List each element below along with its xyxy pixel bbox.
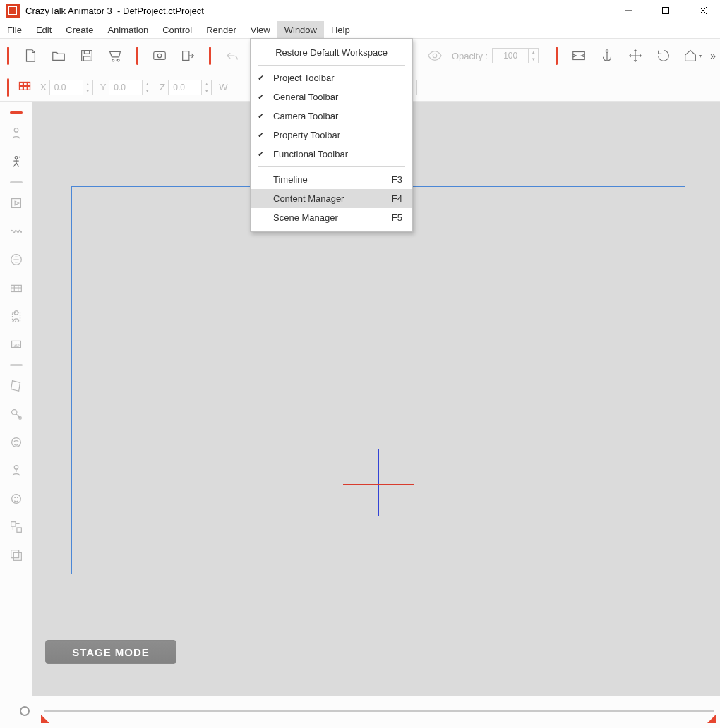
svg-point-23 xyxy=(18,157,20,158)
menu-file[interactable]: File xyxy=(0,21,29,38)
svg-rect-13 xyxy=(573,52,585,60)
svg-rect-40 xyxy=(16,528,20,532)
rotate-icon[interactable] xyxy=(652,44,675,67)
layer-tool-icon[interactable] xyxy=(5,544,28,566)
svg-rect-18 xyxy=(20,86,23,90)
menu-edit[interactable]: Edit xyxy=(29,21,59,38)
3d-tool-icon[interactable]: 3D xyxy=(5,333,28,356)
app-icon xyxy=(6,4,20,18)
timeline-track[interactable] xyxy=(0,696,720,728)
y-spinner[interactable]: ▲▼ xyxy=(143,80,152,95)
face-tool-icon[interactable] xyxy=(5,487,28,510)
z-label: Z xyxy=(160,82,165,92)
menu-general-toolbar[interactable]: ✔General Toolbar xyxy=(251,87,412,107)
svg-rect-42 xyxy=(13,552,21,560)
paint-tool-icon[interactable] xyxy=(5,403,28,425)
bone-tool-icon[interactable] xyxy=(5,150,28,173)
puppet-tool-icon[interactable] xyxy=(5,459,28,482)
home-icon[interactable]: ▾ xyxy=(680,44,703,67)
origin-axis-horizontal xyxy=(343,484,414,485)
grid-tool-icon[interactable] xyxy=(5,277,28,299)
svg-rect-6 xyxy=(83,56,90,61)
undo-icon[interactable] xyxy=(221,44,244,67)
camera-frame-icon[interactable] xyxy=(568,44,590,67)
preview-icon[interactable] xyxy=(148,44,171,67)
svg-point-35 xyxy=(14,466,18,470)
minimize-button[interactable] xyxy=(612,0,644,21)
link-tool-icon[interactable] xyxy=(5,305,28,327)
align-tool-icon[interactable] xyxy=(5,516,28,538)
opacity-spinner[interactable]: ▲▼ xyxy=(529,48,539,63)
svg-rect-27 xyxy=(11,285,21,291)
open-file-icon[interactable] xyxy=(47,44,70,67)
paper-tool-icon[interactable] xyxy=(5,375,28,397)
menu-camera-toolbar[interactable]: ✔Camera Toolbar xyxy=(251,107,412,126)
menu-functional-toolbar[interactable]: ✔Functional Toolbar xyxy=(251,145,412,164)
anchor-icon[interactable] xyxy=(596,44,618,67)
speech-tool-icon[interactable] xyxy=(5,431,28,454)
close-button[interactable] xyxy=(687,0,719,21)
menu-content-manager[interactable]: Content ManagerF4 xyxy=(251,189,412,208)
new-file-icon[interactable] xyxy=(19,44,42,67)
opacity-label: Opacity : xyxy=(452,51,488,61)
maximize-button[interactable] xyxy=(649,0,681,21)
cart-icon[interactable] xyxy=(104,44,126,67)
y-input[interactable]: 0.0 xyxy=(109,80,143,95)
timeline-end-marker[interactable] xyxy=(707,715,716,723)
toolbar-overflow-icon[interactable]: » xyxy=(710,50,716,61)
left-toolbar: 3D xyxy=(0,102,32,696)
toolbar-separator xyxy=(7,78,9,97)
svg-rect-39 xyxy=(11,522,15,526)
menu-separator xyxy=(258,65,405,66)
menu-property-toolbar[interactable]: ✔Property Toolbar xyxy=(251,126,412,145)
app-title: CrazyTalk Animator 3 - DefProject.ctProj… xyxy=(25,6,204,16)
menu-bar: FileEditCreateAnimationControlRenderView… xyxy=(0,21,720,38)
timeline-rail xyxy=(44,710,714,712)
svg-rect-17 xyxy=(28,82,30,85)
svg-marker-25 xyxy=(15,201,19,205)
actor-tool-icon[interactable] xyxy=(5,122,28,145)
svg-point-32 xyxy=(11,410,16,415)
timeline-start-marker[interactable] xyxy=(41,715,49,723)
menu-window[interactable]: Window xyxy=(277,21,324,38)
svg-point-8 xyxy=(117,59,119,61)
menu-restore-workspace[interactable]: Restore Default Workspace xyxy=(251,43,412,62)
z-input[interactable]: 0.0 xyxy=(168,80,202,95)
timeline-playhead[interactable] xyxy=(20,706,30,716)
menu-control[interactable]: Control xyxy=(155,21,199,38)
menu-render[interactable]: Render xyxy=(199,21,244,38)
toolbar-separator xyxy=(10,181,23,183)
svg-point-21 xyxy=(14,128,18,133)
svg-point-12 xyxy=(433,54,437,58)
stage-mode-badge[interactable]: STAGE MODE xyxy=(45,640,176,664)
opacity-input[interactable]: 100 xyxy=(492,48,529,63)
origin-axis-vertical xyxy=(378,449,379,516)
menu-project-toolbar[interactable]: ✔Project Toolbar xyxy=(251,68,412,87)
toolbar-separator xyxy=(556,47,558,65)
y-label: Y xyxy=(100,82,107,92)
x-spinner[interactable]: ▲▼ xyxy=(83,80,93,95)
audio-tool-icon[interactable] xyxy=(5,220,28,243)
toolbar-separator xyxy=(209,47,211,65)
svg-rect-11 xyxy=(183,51,189,61)
move-icon[interactable] xyxy=(624,44,647,67)
visibility-icon[interactable] xyxy=(424,44,446,67)
toolbar-separator xyxy=(10,111,23,114)
export-icon[interactable] xyxy=(176,44,199,67)
grid-snap-icon[interactable] xyxy=(16,79,33,96)
text-tool-icon[interactable] xyxy=(5,248,28,271)
save-file-icon[interactable] xyxy=(76,44,98,67)
toolbar-separator xyxy=(136,47,138,65)
menu-animation[interactable]: Animation xyxy=(100,21,155,38)
menu-separator xyxy=(258,166,405,167)
menu-view[interactable]: View xyxy=(244,21,277,38)
menu-scene-manager[interactable]: Scene ManagerF5 xyxy=(251,208,412,227)
menu-help[interactable]: Help xyxy=(324,21,357,38)
z-spinner[interactable]: ▲▼ xyxy=(202,80,212,95)
w-label: W xyxy=(219,82,227,92)
x-input[interactable]: 0.0 xyxy=(49,80,83,95)
menu-create[interactable]: Create xyxy=(59,21,100,38)
media-tool-icon[interactable] xyxy=(5,192,28,214)
menu-timeline[interactable]: TimelineF3 xyxy=(251,170,412,189)
svg-text:3D: 3D xyxy=(13,343,20,348)
